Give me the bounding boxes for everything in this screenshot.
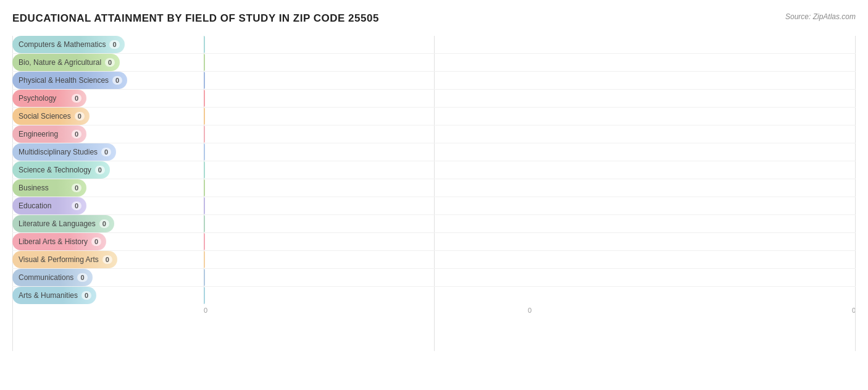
bar-fill — [204, 36, 205, 53]
bar-pill-value: 0 — [81, 291, 91, 300]
bar-track — [204, 125, 856, 143]
bar-fill — [204, 269, 205, 286]
bar-fill — [204, 233, 205, 250]
bar-pill: Psychology 0 — [12, 90, 86, 107]
bar-row: Physical & Health Sciences 0 — [12, 72, 856, 90]
bar-fill — [204, 125, 205, 143]
bar-pill: Multidisciplinary Studies 0 — [12, 143, 116, 161]
bar-pill: Bio, Nature & Agricultural 0 — [12, 54, 120, 71]
bar-track — [204, 215, 856, 232]
bar-pill: Education 0 — [12, 197, 86, 214]
bar-pill-label: Physical & Health Sciences — [19, 76, 109, 85]
x-axis-label-1: 0 — [528, 307, 532, 314]
bar-label-wrap: Multidisciplinary Studies 0 — [12, 143, 204, 161]
bar-pill-value: 0 — [105, 58, 115, 67]
bar-track — [204, 251, 856, 268]
bar-row: Science & Technology 0 — [12, 161, 856, 179]
bar-label-wrap: Engineering 0 — [12, 125, 204, 143]
bar-track — [204, 287, 856, 304]
bar-row: Engineering 0 — [12, 125, 856, 143]
bar-row: Multidisciplinary Studies 0 — [12, 143, 856, 161]
bar-pill: Social Sciences 0 — [12, 108, 90, 125]
bar-pill: Communications 0 — [12, 269, 93, 286]
bar-pill-value: 0 — [95, 166, 105, 174]
bar-pill-value: 0 — [72, 201, 81, 210]
bar-label-wrap: Literature & Languages 0 — [12, 215, 204, 232]
bar-pill-value: 0 — [72, 130, 81, 138]
bar-label-wrap: Communications 0 — [12, 269, 204, 286]
bar-row: Liberal Arts & History 0 — [12, 233, 856, 251]
bar-pill: Engineering 0 — [12, 125, 86, 143]
bar-row: Visual & Performing Arts 0 — [12, 251, 856, 269]
bar-pill-label: Literature & Languages — [19, 219, 96, 228]
bar-pill: Business 0 — [12, 179, 86, 197]
bar-label-wrap: Visual & Performing Arts 0 — [12, 251, 204, 268]
bar-track — [204, 36, 856, 53]
bar-pill-value: 0 — [99, 219, 109, 228]
bar-pill-value: 0 — [112, 76, 122, 85]
bar-label-wrap: Business 0 — [12, 179, 204, 197]
bar-pill-label: Engineering — [19, 130, 68, 138]
bar-pill-value: 0 — [72, 184, 81, 192]
bar-track — [204, 143, 856, 161]
bar-row: Communications 0 — [12, 269, 856, 287]
bar-label-wrap: Bio, Nature & Agricultural 0 — [12, 54, 204, 71]
bar-pill-label: Multidisciplinary Studies — [19, 148, 98, 156]
bar-fill — [204, 143, 205, 161]
bar-pill-label: Computers & Mathematics — [19, 40, 106, 49]
bar-track — [204, 54, 856, 71]
bar-track — [204, 197, 856, 214]
bar-pill-label: Science & Technology — [19, 166, 91, 174]
chart-source: Source: ZipAtlas.com — [785, 12, 856, 21]
bar-row: Social Sciences 0 — [12, 108, 856, 125]
bar-pill-value: 0 — [91, 237, 101, 246]
bar-row: Bio, Nature & Agricultural 0 — [12, 54, 856, 72]
bar-pill-label: Bio, Nature & Agricultural — [19, 58, 101, 67]
bar-fill — [204, 161, 205, 179]
bar-fill — [204, 72, 205, 89]
bar-fill — [204, 215, 205, 232]
bar-row: Business 0 — [12, 179, 856, 197]
bar-label-wrap: Psychology 0 — [12, 90, 204, 107]
bar-rows-container: Computers & Mathematics 0 Bio, Nature & … — [12, 36, 856, 304]
bar-pill-value: 0 — [102, 255, 112, 264]
bar-pill-label: Communications — [19, 273, 73, 282]
chart-body: Computers & Mathematics 0 Bio, Nature & … — [12, 36, 856, 370]
bar-pill-label: Education — [19, 201, 68, 210]
bar-fill — [204, 179, 205, 197]
bar-track — [204, 72, 856, 89]
bar-pill-label: Business — [19, 184, 68, 192]
bar-pill: Physical & Health Sciences 0 — [12, 72, 127, 89]
bar-pill-label: Liberal Arts & History — [19, 237, 88, 246]
bar-pill-value: 0 — [77, 273, 87, 282]
x-axis: 0 0 0 — [12, 307, 856, 314]
bar-track — [204, 269, 856, 286]
bar-track — [204, 179, 856, 197]
bar-pill-value: 0 — [101, 148, 111, 156]
bar-fill — [204, 287, 205, 304]
bar-track — [204, 108, 856, 125]
bar-label-wrap: Liberal Arts & History 0 — [12, 233, 204, 250]
bar-label-wrap: Social Sciences 0 — [12, 108, 204, 125]
x-axis-label-0: 0 — [204, 307, 207, 314]
bar-pill: Science & Technology 0 — [12, 161, 110, 179]
bar-row: Psychology 0 — [12, 90, 856, 108]
bar-row: Literature & Languages 0 — [12, 215, 856, 233]
bar-pill: Literature & Languages 0 — [12, 215, 114, 232]
bar-pill-value: 0 — [75, 112, 85, 121]
bar-pill-label: Social Sciences — [19, 112, 71, 121]
bar-fill — [204, 197, 205, 214]
bar-label-wrap: Education 0 — [12, 197, 204, 214]
chart-title: EDUCATIONAL ATTAINMENT BY FIELD OF STUDY… — [12, 12, 379, 25]
bar-pill-value: 0 — [109, 40, 119, 49]
chart-container: EDUCATIONAL ATTAINMENT BY FIELD OF STUDY… — [0, 0, 868, 390]
bar-row: Computers & Mathematics 0 — [12, 36, 856, 54]
bar-pill: Computers & Mathematics 0 — [12, 36, 125, 53]
bar-fill — [204, 90, 205, 107]
bar-row: Education 0 — [12, 197, 856, 215]
bar-pill: Liberal Arts & History 0 — [12, 233, 106, 250]
bar-fill — [204, 251, 205, 268]
chart-header: EDUCATIONAL ATTAINMENT BY FIELD OF STUDY… — [12, 12, 856, 25]
bar-label-wrap: Arts & Humanities 0 — [12, 287, 204, 304]
bar-fill — [204, 54, 205, 71]
